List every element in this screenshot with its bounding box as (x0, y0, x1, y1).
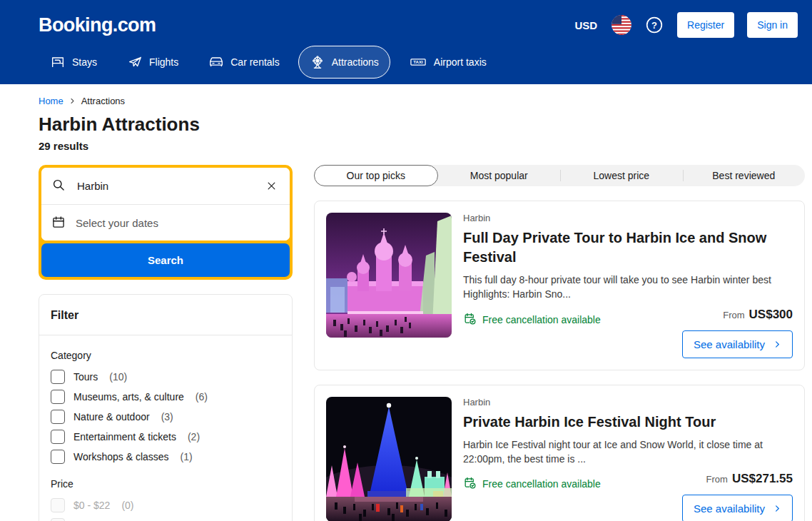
price-line: FromUS$300 (682, 308, 793, 322)
sort-tab-our-top-picks[interactable]: Our top picks (314, 165, 438, 186)
card-description: This full day 8-hour private tour will t… (463, 273, 793, 302)
filter-title: Filter (51, 309, 280, 322)
card-title-link[interactable]: Full Day Private Tour to Harbin Ice and … (463, 228, 793, 267)
nav-attractions-label: Attractions (332, 56, 379, 68)
checkbox[interactable] (51, 390, 65, 404)
language-flag-us-icon[interactable] (611, 15, 631, 35)
site-header: Booking.com USD (0, 0, 812, 84)
free-cancellation-badge: Free cancellation available (463, 312, 601, 328)
filter-option-label: Workshops & classes (73, 451, 169, 462)
plane-icon (127, 54, 143, 70)
signin-button[interactable]: Sign in (747, 12, 798, 38)
see-availability-label: See availability (694, 502, 765, 515)
filter-option-label: Entertainment & tickets (73, 431, 176, 442)
result-card: Harbin Full Day Private Tour to Harbin I… (314, 201, 805, 370)
filter-option-count: (6) (196, 391, 208, 403)
filter-option-price-22-44: $22 - $44 (0) (51, 518, 280, 521)
filter-option-count: (2) (188, 431, 200, 442)
car-icon (208, 54, 224, 70)
bed-icon (50, 54, 66, 70)
attraction-photo-ice-castle[interactable] (326, 213, 452, 338)
see-availability-button[interactable]: See availability (682, 330, 793, 358)
search-button[interactable]: Search (41, 243, 290, 277)
filter-option-label: Tours (73, 371, 98, 383)
question-mark-glyph: ? (651, 20, 657, 31)
destination-input[interactable] (76, 179, 253, 193)
destination-field[interactable] (41, 168, 290, 204)
calendar-check-icon (463, 312, 477, 328)
card-location: Harbin (463, 397, 793, 408)
nav-flights-label: Flights (149, 56, 178, 68)
nav-attractions[interactable]: Attractions (298, 46, 390, 79)
card-location: Harbin (463, 213, 793, 223)
register-button[interactable]: Register (677, 12, 734, 38)
result-card: Harbin Private Harbin Ice Festival Night… (314, 385, 805, 521)
filter-option-price-0-22: $0 - $22 (0) (51, 498, 280, 512)
breadcrumb-home-link[interactable]: Home (39, 96, 64, 106)
search-icon (51, 178, 66, 194)
checkbox[interactable] (51, 430, 65, 444)
dates-field[interactable]: Select your dates (41, 204, 290, 241)
sort-tab-bar: Our top picks Most popular Lowest price … (314, 165, 805, 186)
breadcrumb: Home Attractions (39, 96, 805, 106)
checkbox[interactable] (51, 410, 65, 424)
checkbox (51, 498, 65, 512)
nav-flights[interactable]: Flights (116, 46, 190, 79)
chevron-right-icon (773, 502, 781, 515)
nav-airport-taxis[interactable]: TAXI Airport taxis (397, 46, 498, 79)
filter-option-entertainment[interactable]: Entertainment & tickets (2) (51, 430, 280, 444)
chevron-right-icon (773, 338, 781, 350)
checkbox[interactable] (51, 450, 65, 464)
search-panel: Select your dates Search (39, 165, 293, 280)
nav-car-rentals-label: Car rentals (230, 56, 279, 68)
price-from-label: From (706, 474, 728, 485)
help-icon[interactable]: ? (644, 15, 664, 35)
filter-option-nature[interactable]: Nature & outdoor (3) (51, 410, 280, 424)
nav-car-rentals[interactable]: Car rentals (197, 46, 290, 79)
sort-tab-best-reviewed[interactable]: Best reviewed (683, 165, 806, 186)
taxi-icon: TAXI (409, 54, 427, 70)
clear-search-icon[interactable] (263, 178, 280, 194)
card-title-link[interactable]: Private Harbin Ice Festival Night Tour (463, 413, 793, 432)
attraction-photo-ice-tower[interactable] (326, 397, 452, 521)
booking-logo[interactable]: Booking.com (39, 14, 156, 36)
filter-option-count: (10) (109, 371, 127, 383)
filter-option-label: Museums, arts, & culture (73, 391, 184, 403)
category-group-label: Category (51, 350, 280, 361)
see-availability-label: See availability (694, 338, 765, 350)
price-value: US$300 (749, 308, 793, 321)
checkbox[interactable] (51, 370, 65, 384)
nav-stays-label: Stays (72, 56, 97, 68)
filter-option-museums[interactable]: Museums, arts, & culture (6) (51, 390, 280, 404)
filter-option-label: $0 - $22 (73, 500, 110, 511)
currency-selector[interactable]: USD (573, 16, 599, 34)
dates-placeholder: Select your dates (76, 217, 158, 229)
filter-option-label: Nature & outdoor (73, 411, 150, 423)
chevron-right-icon (69, 96, 76, 106)
price-line: FromUS$271.55 (682, 472, 793, 486)
product-nav: Stays Flights Car rentals (39, 46, 798, 79)
free-cancellation-label: Free cancellation available (482, 314, 601, 325)
calendar-icon (51, 215, 66, 231)
checkbox (51, 518, 65, 521)
price-group-label: Price (51, 478, 280, 490)
nav-stays[interactable]: Stays (39, 46, 108, 79)
free-cancellation-badge: Free cancellation available (463, 476, 601, 492)
see-availability-button[interactable]: See availability (682, 495, 793, 521)
nav-airport-taxis-label: Airport taxis (434, 56, 487, 68)
sort-tab-lowest-price[interactable]: Lowest price (560, 165, 683, 186)
free-cancellation-label: Free cancellation available (482, 478, 601, 490)
breadcrumb-current: Attractions (81, 96, 125, 106)
sort-tab-most-popular[interactable]: Most popular (438, 165, 561, 186)
filter-option-tours[interactable]: Tours (10) (51, 370, 280, 384)
calendar-check-icon (463, 476, 477, 492)
page-title: Harbin Attractions (39, 113, 805, 136)
taxi-sign-text: TAXI (413, 60, 423, 64)
filter-option-count: (3) (161, 411, 173, 423)
divider (39, 335, 292, 335)
filter-panel: Filter Category Tours (10) Museums, arts… (39, 294, 293, 521)
filter-option-workshops[interactable]: Workshops & classes (1) (51, 450, 280, 464)
filter-option-count: (0) (121, 500, 133, 511)
ferris-wheel-icon (310, 54, 325, 70)
price-from-label: From (723, 310, 744, 320)
